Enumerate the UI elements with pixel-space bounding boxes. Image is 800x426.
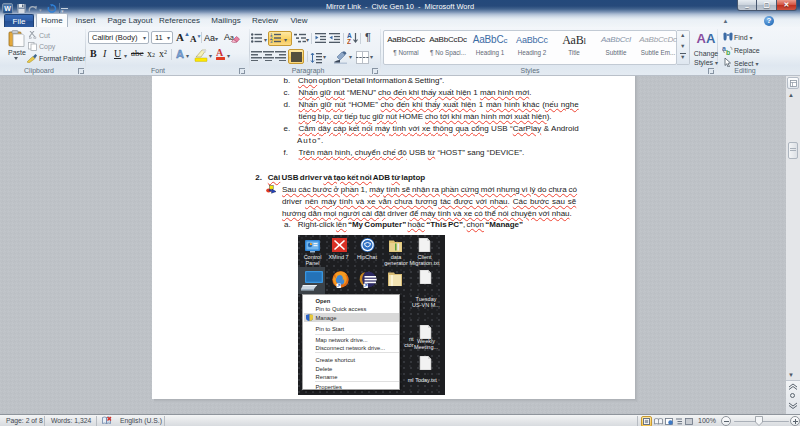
svg-text:Z: Z — [347, 38, 351, 44]
svg-text:b: b — [726, 49, 730, 55]
svg-text:3: 3 — [270, 39, 273, 43]
